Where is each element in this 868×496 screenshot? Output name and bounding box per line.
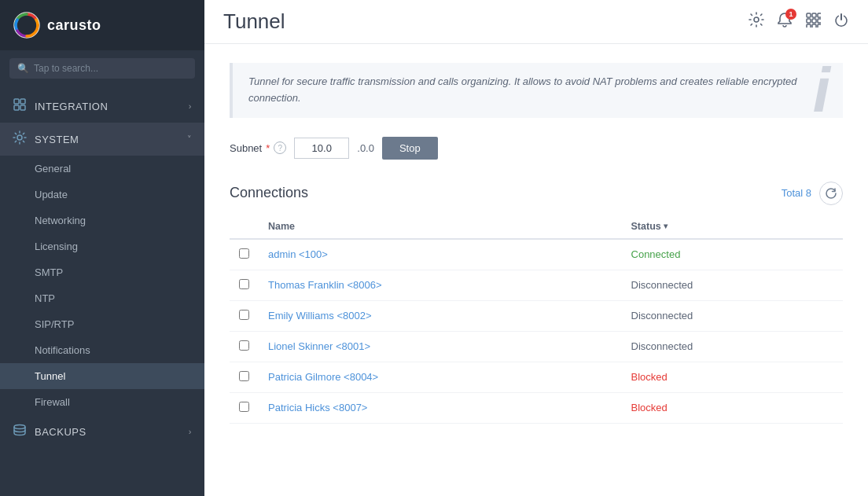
sidebar-item-backups[interactable]: BACKUPS › [0,415,204,448]
row-checkbox[interactable] [239,402,249,412]
row-checkbox[interactable] [239,340,249,351]
sidebar-item-integration[interactable]: INTEGRATION › [0,90,204,123]
row-status: Disconnected [622,331,843,362]
connections-tbody: admin <100> Connected Thomas Franklin <8… [230,239,843,424]
subnet-suffix: .0.0 [357,142,374,154]
sip-rtp-label: SIP/RTP [35,318,74,330]
svg-rect-13 [812,24,816,28]
main-nav: INTEGRATION › SYSTEM ˅ General Update [0,86,204,451]
svg-point-6 [14,425,25,429]
page-title-area: Tunnel [223,9,285,34]
svg-rect-12 [807,24,811,28]
system-subnav: General Update Networking Licensing SMTP… [0,156,204,415]
row-name-link[interactable]: admin <100> [268,248,328,260]
row-status: Disconnected [622,300,843,331]
sidebar-item-licensing[interactable]: Licensing [0,233,204,259]
info-box: Tunnel for secure traffic transmission a… [230,63,843,118]
integration-icon [13,97,27,115]
table-row: Patricia Hicks <8007> Blocked [230,392,843,423]
integration-label: INTEGRATION [35,101,108,112]
sidebar-item-ntp[interactable]: NTP [0,285,204,311]
connections-title: Connections [230,185,308,201]
licensing-label: Licensing [35,241,78,252]
row-checkbox-cell[interactable] [230,331,259,362]
sidebar-item-sip-rtp[interactable]: SIP/RTP [0,311,204,337]
search-icon: 🔍 [17,63,29,74]
table-row: Thomas Franklin <8006> Disconnected [230,270,843,300]
header-status[interactable]: Status ▾ [622,215,843,239]
stop-button[interactable]: Stop [382,137,438,160]
sidebar-item-general[interactable]: General [0,156,204,182]
svg-rect-14 [818,13,821,17]
subnet-row: Subnet * ? .0.0 Stop [230,137,843,160]
refresh-button[interactable] [819,182,843,205]
system-chevron: ˅ [187,134,193,145]
sidebar-item-smtp[interactable]: SMTP [0,259,204,285]
row-name-link[interactable]: Patricia Hicks <8007> [268,402,367,413]
svg-rect-11 [812,19,816,23]
sidebar-item-tunnel[interactable]: Tunnel [0,363,204,389]
content-area: Tunnel for secure traffic transmission a… [204,44,868,496]
row-name-link[interactable]: Patricia Gilmore <8004> [268,371,378,383]
sidebar-item-update[interactable]: Update [0,182,204,208]
table-row: Lionel Skinner <8001> Disconnected [230,331,843,362]
ntp-label: NTP [35,292,55,304]
info-box-text: Tunnel for secure traffic transmission a… [248,75,797,104]
svg-rect-8 [807,13,811,17]
sort-arrow: ▾ [664,222,668,230]
grid-icon[interactable] [805,12,821,31]
row-status: Disconnected [622,270,843,300]
col-status-label: Status [631,221,661,232]
notifications-icon[interactable]: 1 [777,12,793,31]
status-dropdown[interactable]: Status ▾ [631,221,833,232]
topbar: Tunnel 1 [204,0,868,44]
row-checkbox-cell[interactable] [230,392,259,423]
backups-icon [13,423,27,440]
svg-rect-9 [812,13,816,17]
sidebar-item-networking[interactable]: Networking [0,208,204,233]
integration-chevron: › [189,101,192,111]
sidebar: carusto 🔍 INTEGRATION › [0,0,204,496]
help-icon[interactable]: ? [274,141,286,154]
header-checkbox-cell [230,215,259,239]
power-icon[interactable] [833,12,849,31]
subnet-label: Subnet * ? [230,141,286,154]
row-checkbox[interactable] [239,371,249,381]
update-label: Update [35,189,68,200]
row-checkbox-cell[interactable] [230,270,259,300]
notifications-label: Notifications [35,344,90,356]
row-name-link[interactable]: Emily Williams <8002> [268,310,372,321]
svg-rect-15 [818,19,821,23]
subnet-input[interactable] [294,138,349,159]
page-title: Tunnel [223,9,285,34]
row-name-link[interactable]: Thomas Franklin <8006> [268,279,382,291]
sidebar-item-notifications[interactable]: Notifications [0,337,204,363]
search-bar[interactable]: 🔍 [9,58,195,79]
tunnel-label: Tunnel [35,370,65,382]
row-checkbox-cell[interactable] [230,362,259,392]
row-checkbox[interactable] [239,248,249,259]
sidebar-item-firewall[interactable]: Firewall [0,389,204,415]
row-checkbox-cell[interactable] [230,300,259,331]
main-content: Tunnel 1 [204,0,868,496]
status-badge: Connected [631,248,681,260]
smtp-label: SMTP [35,266,63,278]
row-checkbox[interactable] [239,279,249,289]
row-checkbox[interactable] [239,310,249,320]
row-checkbox-cell[interactable] [230,239,259,270]
logo-text: carusto [47,17,101,34]
required-star: * [266,142,270,154]
search-input[interactable] [34,63,187,74]
row-name: Patricia Hicks <8007> [259,392,622,423]
svg-rect-2 [20,99,25,104]
svg-rect-16 [818,24,821,28]
row-name-link[interactable]: Lionel Skinner <8001> [268,340,370,352]
table-row: Emily Williams <8002> Disconnected [230,300,843,331]
settings-icon[interactable] [748,12,764,31]
svg-rect-3 [14,105,19,110]
svg-rect-1 [14,99,19,104]
sidebar-item-system[interactable]: SYSTEM ˅ [0,123,204,156]
topbar-actions: 1 [748,12,849,31]
logo-icon [13,11,41,39]
svg-point-5 [17,135,22,140]
